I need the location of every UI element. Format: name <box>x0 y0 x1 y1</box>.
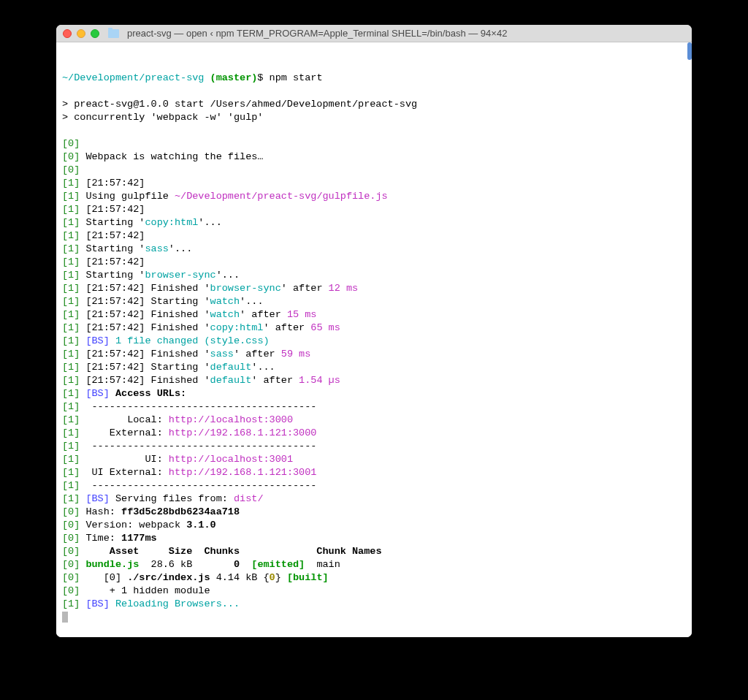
prefix-0: [0] <box>62 138 80 149</box>
prefix-1: [1] <box>62 414 80 425</box>
prefix-1: [1] <box>62 256 80 267</box>
entry-file: ./src/index.js <box>127 572 210 583</box>
prompt-command: npm start <box>270 72 323 83</box>
prefix-1: [1] <box>62 217 80 228</box>
gulpfile-path: ~/Development/preact-svg/gulpfile.js <box>175 191 388 202</box>
prefix-1: [1] <box>62 309 80 320</box>
prefix-1: [1] <box>62 191 80 202</box>
prefix-1: [1] <box>62 401 80 412</box>
timestamp: [21:57:42] <box>85 283 145 294</box>
bs-tag: [BS] <box>85 335 109 346</box>
terminal-output[interactable]: ~/Development/preact-svg (master)$ npm s… <box>56 42 692 637</box>
window-titlebar[interactable]: preact-svg — open ‹ npm TERM_PROGRAM=App… <box>56 25 692 42</box>
prefix-1: [1] <box>62 335 80 346</box>
assets-header: Asset Size Chunks Chunk Names <box>85 546 381 557</box>
prefix-1: [1] <box>62 178 80 189</box>
divider: -------------------------------------- <box>85 401 316 412</box>
zoom-icon[interactable] <box>91 29 99 38</box>
prefix-1: [1] <box>62 230 80 241</box>
prefix-1: [1] <box>62 349 80 359</box>
timestamp: [21:57:42] <box>85 178 145 189</box>
prefix-1: [1] <box>62 283 80 294</box>
local-url: http://localhost:3000 <box>169 414 293 425</box>
prefix-0: [0] <box>62 572 80 583</box>
timestamp: [21:57:42] <box>85 362 145 373</box>
prompt-symbol: $ <box>257 72 263 83</box>
prefix-0: [0] <box>62 506 80 517</box>
divider: -------------------------------------- <box>85 480 316 491</box>
dist-path: dist/ <box>234 493 264 504</box>
reloading-msg: Reloading Browsers... <box>115 598 240 609</box>
prefix-1: [1] <box>62 441 80 452</box>
emitted-tag: [emitted] <box>251 559 305 570</box>
prefix-1: [1] <box>62 598 80 609</box>
bs-tag: [BS] <box>85 493 109 504</box>
prefix-0: [0] <box>62 151 80 162</box>
access-urls-header: Access URLs: <box>115 388 186 399</box>
window-title: preact-svg — open ‹ npm TERM_PROGRAM=App… <box>127 28 507 39</box>
external-url: http://192.168.1.121:3000 <box>169 427 317 438</box>
timestamp: [21:57:42] <box>85 349 145 359</box>
ui-url: http://localhost:3001 <box>169 454 293 465</box>
cursor-icon <box>62 612 68 623</box>
folder-icon <box>108 29 119 38</box>
prefix-0: [0] <box>62 546 80 557</box>
prefix-1: [1] <box>62 322 80 333</box>
prefix-1: [1] <box>62 270 80 281</box>
prefix-1: [1] <box>62 467 80 478</box>
scrollbar[interactable] <box>687 42 692 60</box>
bs-tag: [BS] <box>85 598 109 609</box>
timestamp: [21:57:42] <box>85 296 145 307</box>
prompt-path: ~/Development/preact-svg <box>62 72 204 83</box>
prefix-1: [1] <box>62 296 80 307</box>
timestamp: [21:57:42] <box>85 204 145 215</box>
npm-line-1: > preact-svg@1.0.0 start /Users/ahmed/De… <box>62 99 417 110</box>
prompt-branch: (master) <box>210 72 258 83</box>
hidden-modules: + 1 hidden module <box>85 585 210 596</box>
npm-line-2: > concurrently 'webpack -w' 'gulp' <box>62 112 263 123</box>
webpack-watching: Webpack is watching the files… <box>85 151 263 162</box>
timestamp: [21:57:42] <box>85 230 145 241</box>
ui-external-url: http://192.168.1.121:3001 <box>169 467 317 478</box>
prefix-1: [1] <box>62 388 80 399</box>
timestamp: [21:57:42] <box>85 256 145 267</box>
prefix-0: [0] <box>62 559 80 570</box>
timestamp: [21:57:42] <box>85 309 145 320</box>
prefix-1: [1] <box>62 427 80 438</box>
close-icon[interactable] <box>63 29 72 38</box>
prefix-1: [1] <box>62 480 80 491</box>
build-time: 1177ms <box>121 533 157 544</box>
prefix-1: [1] <box>62 375 80 386</box>
terminal-window: preact-svg — open ‹ npm TERM_PROGRAM=App… <box>56 25 692 637</box>
webpack-version: 3.1.0 <box>186 520 216 530</box>
prefix-0: [0] <box>62 585 80 596</box>
prefix-1: [1] <box>62 493 80 504</box>
divider: -------------------------------------- <box>85 441 316 452</box>
webpack-hash: ff3d5c28bdb6234aa718 <box>121 506 240 517</box>
timestamp: [21:57:42] <box>85 375 145 386</box>
prefix-0: [0] <box>62 533 80 544</box>
prefix-0: [0] <box>62 164 80 175</box>
prefix-1: [1] <box>62 204 80 215</box>
timestamp: [21:57:42] <box>85 322 145 333</box>
minimize-icon[interactable] <box>77 29 85 38</box>
built-tag: [built] <box>287 572 329 583</box>
prefix-0: [0] <box>62 520 80 530</box>
prefix-1: [1] <box>62 362 80 373</box>
prefix-1: [1] <box>62 454 80 465</box>
bundle-name: bundle.js <box>85 559 139 570</box>
prefix-1: [1] <box>62 243 80 254</box>
bs-tag: [BS] <box>85 388 109 399</box>
